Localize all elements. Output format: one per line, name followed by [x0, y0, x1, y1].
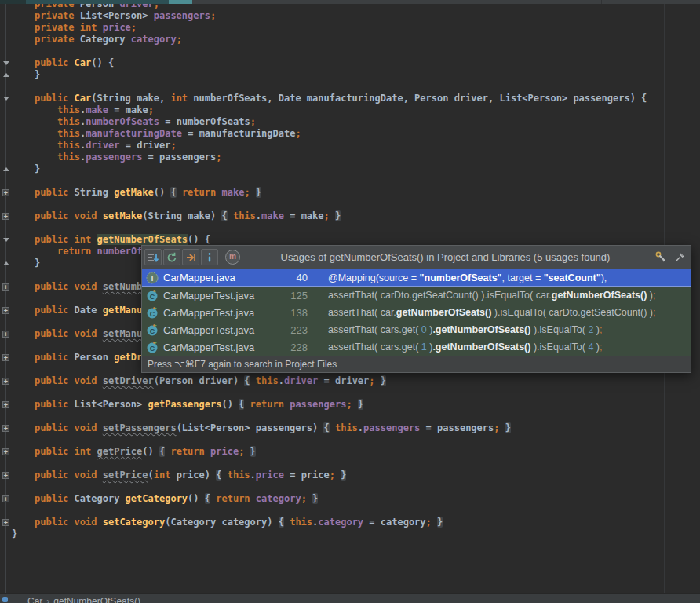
code-line: public String getMake() { return make; } [0, 187, 700, 199]
popup-header: m Usages of getNumberOfSeats() in Projec… [142, 246, 691, 269]
svg-text:I: I [151, 274, 154, 282]
usage-code-preview: assertThat( cars.get( 0 ).getNumberOfSea… [328, 324, 602, 335]
code-line: public List<Person> getPassengers() { re… [0, 399, 700, 411]
usage-code-preview: assertThat( carDto.getSeatCount() ).isEq… [328, 290, 656, 301]
breadcrumb-item[interactable]: getNumberOfSeats() [53, 596, 140, 603]
open-in-find-window-icon[interactable] [182, 249, 199, 265]
test-class-file-icon: C [146, 306, 159, 319]
interface-file-icon: I [146, 272, 159, 284]
code-line [0, 481, 700, 493]
code-line: this.numberOfSeats = numberOfSeats; [0, 116, 700, 128]
code-line: public int getPrice() { return price; } [0, 446, 700, 458]
usage-row[interactable]: ICarMapper.java40@Mapping(source = "numb… [142, 269, 691, 287]
code-line [0, 387, 700, 399]
code-line: this.make = make; [0, 104, 700, 116]
code-line: public int getNumberOfSeats() { [0, 234, 700, 246]
svg-text:C: C [150, 345, 155, 353]
view-options-icon[interactable] [144, 249, 162, 265]
code-line: public Car() { [0, 57, 700, 69]
breadcrumb-class-icon [2, 597, 8, 602]
code-line: public void setPrice(int price) { this.p… [0, 470, 700, 481]
active-tab-underline [26, 0, 169, 4]
usage-line-number: 40 [279, 272, 308, 283]
settings-wrench-icon[interactable] [654, 251, 666, 263]
popup-header-actions [654, 251, 686, 263]
code-line: private int price; [0, 22, 700, 34]
code-line [0, 81, 700, 93]
tab-strip-segment [0, 0, 26, 4]
code-line: public Category getCategory() { return c… [0, 493, 700, 505]
code-line [0, 46, 700, 57]
code-line: public void setPassengers(List<Person> p… [0, 422, 700, 434]
ide-window: +++++++++++++ private Person driver;priv… [0, 0, 700, 603]
usage-line-number: 228 [279, 342, 308, 353]
popup-footer-hint: Press ⌥⌘F7 again to search in Project Fi… [142, 356, 691, 372]
test-class-file-icon: C [146, 289, 159, 302]
usage-file-name: CarMapperTest.java [163, 307, 279, 319]
usage-code-preview: assertThat( cars.get( 1 ).getNumberOfSea… [328, 342, 602, 353]
rerun-search-icon[interactable] [163, 249, 180, 265]
usage-row[interactable]: CCarMapperTest.java223assertThat( cars.g… [142, 321, 691, 338]
active-tab-accent [169, 0, 192, 4]
usage-line-number: 125 [279, 290, 308, 302]
usage-code-preview: assertThat( car.getNumberOfSeats() ).isE… [328, 307, 656, 318]
code-line [0, 175, 700, 187]
tab-divider [601, 0, 602, 4]
popup-toolbar [144, 249, 220, 265]
code-line: public Car(String make, int numberOfSeat… [0, 93, 700, 104]
code-line [0, 199, 700, 210]
code-line: } [0, 163, 700, 175]
usage-row[interactable]: CCarMapperTest.java228assertThat( cars.g… [142, 338, 691, 356]
svg-text:C: C [150, 293, 155, 301]
usage-code-preview: @Mapping(source = "numberOfSeats", targe… [328, 272, 607, 283]
breadcrumb-bar: Car›getNumberOfSeats() [0, 593, 700, 603]
find-usages-popup: m Usages of getNumberOfSeats() in Projec… [141, 245, 691, 373]
usage-file-name: CarMapperTest.java [163, 342, 279, 353]
code-line: private Category category; [0, 34, 700, 46]
usage-line-number: 223 [279, 324, 308, 336]
usage-file-name: CarMapperTest.java [163, 290, 279, 302]
code-line [0, 411, 700, 422]
usage-line-number: 138 [279, 307, 308, 319]
preview-info-icon[interactable] [201, 249, 218, 265]
m-badge-icon[interactable]: m [225, 250, 240, 265]
code-line: this.driver = driver; [0, 140, 700, 152]
test-class-file-icon: C [146, 323, 159, 336]
usage-row[interactable]: CCarMapperTest.java138assertThat( car.ge… [142, 304, 691, 321]
code-line: } [0, 69, 700, 81]
popup-title: Usages of getNumberOfSeats() in Project … [240, 251, 654, 263]
code-line: public void setDriver(Person driver) { t… [0, 375, 700, 387]
test-class-file-icon: C [146, 341, 159, 353]
code-line: this.passengers = passengers; [0, 152, 700, 163]
code-line: } [0, 528, 700, 540]
usage-file-name: CarMapper.java [163, 272, 279, 283]
breadcrumb-item[interactable]: Car [27, 596, 42, 603]
code-line: private List<Person> passengers; [0, 10, 700, 22]
code-line [0, 458, 700, 470]
breadcrumb-separator: › [42, 596, 53, 603]
svg-text:C: C [150, 327, 155, 335]
usage-row[interactable]: CCarMapperTest.java125assertThat( carDto… [142, 287, 691, 304]
usage-file-name: CarMapperTest.java [163, 324, 279, 336]
code-line: public void setCategory(Category categor… [0, 517, 700, 528]
breadcrumb: Car›getNumberOfSeats() [27, 596, 140, 603]
editor-tab-strip[interactable] [0, 0, 700, 4]
code-line: public void setMake(String make) { this.… [0, 210, 700, 222]
code-line [0, 222, 700, 234]
usages-list: ICarMapper.java40@Mapping(source = "numb… [142, 269, 691, 356]
pin-icon[interactable] [674, 251, 686, 263]
code-line [0, 505, 700, 517]
code-line [0, 434, 700, 446]
code-line: this.manufacturingDate = manufacturingDa… [0, 128, 700, 140]
svg-text:C: C [150, 310, 155, 318]
